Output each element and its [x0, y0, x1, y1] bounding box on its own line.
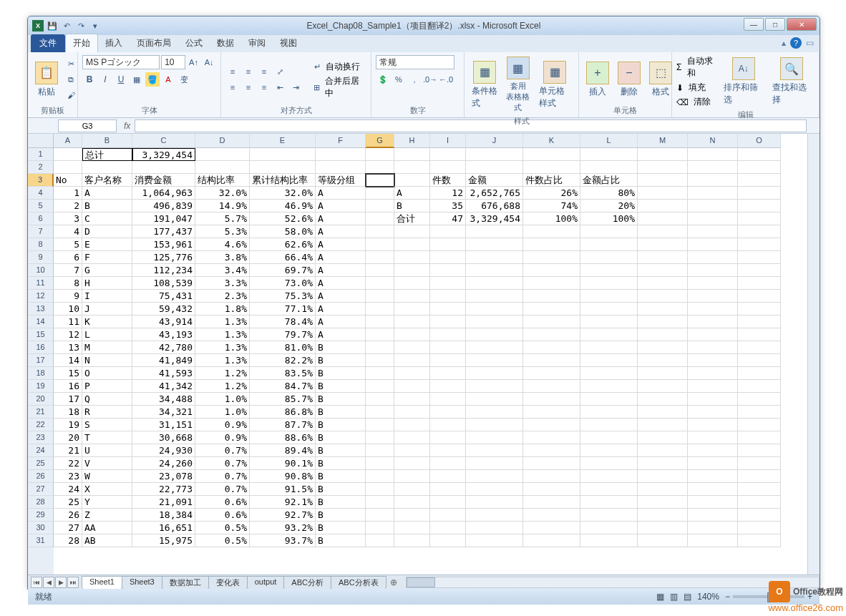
cell[interactable] — [430, 290, 466, 303]
cell[interactable] — [466, 148, 523, 161]
cell[interactable] — [430, 225, 466, 238]
cell[interactable]: 金额 — [466, 174, 523, 187]
cell[interactable] — [738, 431, 781, 444]
cell[interactable] — [688, 419, 738, 431]
undo-icon[interactable]: ↶ — [61, 20, 72, 31]
cell[interactable] — [580, 509, 638, 522]
cell[interactable]: 26% — [523, 187, 580, 200]
cell[interactable] — [466, 238, 523, 251]
cell[interactable] — [466, 341, 523, 354]
row-header[interactable]: 10 — [28, 264, 54, 277]
cell[interactable]: 41,593 — [132, 367, 195, 380]
cell[interactable]: H — [82, 277, 132, 290]
cell[interactable] — [688, 174, 738, 187]
row-header[interactable]: 16 — [28, 341, 54, 354]
cell[interactable]: B — [316, 444, 366, 457]
font-name-combo[interactable]: MS Pゴシック — [82, 55, 160, 69]
cell[interactable]: 676,688 — [466, 200, 523, 212]
cell[interactable] — [466, 470, 523, 483]
cell[interactable]: 100% — [580, 212, 638, 225]
cell[interactable] — [580, 522, 638, 534]
cell[interactable] — [738, 174, 781, 187]
zoom-slider[interactable] — [733, 595, 804, 598]
cell[interactable]: 85.7% — [250, 393, 316, 406]
cell[interactable]: 100% — [523, 212, 580, 225]
cell[interactable] — [738, 212, 781, 225]
cell[interactable]: 88.6% — [250, 431, 316, 444]
cell[interactable] — [466, 316, 523, 328]
cell[interactable]: A — [316, 277, 366, 290]
titlebar[interactable]: X 💾 ↶ ↷ ▾ Excel_Chap08_Sample1（项目翻译2）.xl… — [28, 16, 820, 35]
cell[interactable]: 20% — [580, 200, 638, 212]
cell[interactable]: 结构比率 — [195, 174, 250, 187]
cell[interactable] — [466, 483, 523, 496]
cell[interactable] — [366, 509, 394, 522]
cell[interactable]: 合计 — [394, 212, 430, 225]
cell[interactable] — [430, 341, 466, 354]
cell[interactable] — [523, 328, 580, 341]
cell[interactable] — [580, 496, 638, 509]
cell[interactable]: W — [82, 470, 132, 483]
align-top-icon[interactable]: ≡ — [225, 64, 240, 79]
cell[interactable]: 消费金额 — [132, 174, 195, 187]
row-header[interactable]: 26 — [28, 470, 54, 483]
cell[interactable]: 153,961 — [132, 238, 195, 251]
cell[interactable] — [394, 509, 430, 522]
cell[interactable] — [523, 367, 580, 380]
zoom-in-button[interactable]: + — [807, 592, 812, 602]
cell[interactable] — [366, 534, 394, 547]
cell[interactable]: 108,539 — [132, 277, 195, 290]
cell[interactable]: 92.1% — [250, 496, 316, 509]
cell[interactable] — [738, 316, 781, 328]
cell[interactable] — [366, 277, 394, 290]
cell[interactable]: 0.5% — [195, 534, 250, 547]
cell[interactable] — [394, 225, 430, 238]
cell[interactable]: 1.3% — [195, 316, 250, 328]
fx-icon[interactable]: fx — [120, 121, 135, 131]
cell[interactable] — [738, 522, 781, 534]
row-header[interactable]: 19 — [28, 380, 54, 393]
cell[interactable]: 73.0% — [250, 277, 316, 290]
close-button[interactable]: ✕ — [787, 18, 817, 31]
cell[interactable]: D — [82, 225, 132, 238]
cell[interactable]: 41,849 — [132, 354, 195, 367]
cell[interactable] — [580, 406, 638, 419]
cell[interactable]: 90.8% — [250, 470, 316, 483]
cell[interactable] — [638, 406, 688, 419]
cell[interactable]: 0.6% — [195, 496, 250, 509]
cell[interactable] — [430, 354, 466, 367]
cell[interactable] — [430, 431, 466, 444]
cell[interactable] — [523, 534, 580, 547]
cell[interactable]: 80% — [580, 187, 638, 200]
cell[interactable]: 92.7% — [250, 509, 316, 522]
cell[interactable]: A — [316, 328, 366, 341]
format-cells-button[interactable]: ⬚格式 — [646, 60, 675, 99]
row-header[interactable]: 5 — [28, 200, 54, 212]
cell[interactable]: B — [316, 457, 366, 470]
cell[interactable] — [523, 225, 580, 238]
cell[interactable]: O — [82, 367, 132, 380]
cell[interactable]: No — [54, 174, 82, 187]
insert-cells-button[interactable]: +插入 — [583, 60, 612, 99]
minimize-ribbon-icon[interactable]: ▴ — [782, 38, 786, 48]
column-header[interactable]: A — [54, 134, 82, 148]
cell[interactable] — [466, 290, 523, 303]
cell[interactable]: C — [82, 212, 132, 225]
cell[interactable]: 3.3% — [195, 277, 250, 290]
fill-button[interactable]: ⬇ 填充 — [676, 82, 718, 94]
cell[interactable] — [688, 290, 738, 303]
cell[interactable] — [738, 303, 781, 316]
increase-font-icon[interactable]: A↑ — [187, 55, 201, 69]
cell[interactable] — [366, 393, 394, 406]
cell[interactable]: F — [82, 251, 132, 264]
cell[interactable] — [430, 419, 466, 431]
orientation-icon[interactable]: ⤢ — [273, 64, 287, 79]
cell[interactable] — [688, 277, 738, 290]
cell[interactable] — [250, 148, 316, 161]
view-pagebreak-icon[interactable]: ▤ — [684, 592, 691, 602]
cell[interactable] — [466, 354, 523, 367]
row-header[interactable]: 22 — [28, 419, 54, 431]
phonetic-button[interactable]: 变 — [177, 72, 191, 87]
cell[interactable]: 1,064,963 — [132, 187, 195, 200]
cell[interactable]: 19 — [54, 419, 82, 431]
